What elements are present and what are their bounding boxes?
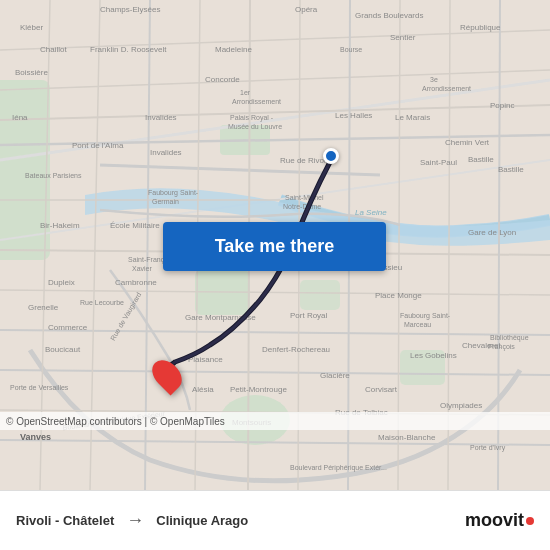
svg-text:Le Marais: Le Marais — [395, 113, 430, 122]
svg-text:Vanves: Vanves — [20, 432, 51, 442]
svg-text:Musée du Louvre: Musée du Louvre — [228, 123, 282, 130]
svg-text:Glacière: Glacière — [320, 371, 350, 380]
svg-text:Alésia: Alésia — [192, 385, 214, 394]
copyright-text: © OpenStreetMap contributors | © OpenMap… — [6, 416, 225, 427]
svg-text:Port Royal: Port Royal — [290, 311, 328, 320]
svg-text:Bourse: Bourse — [340, 46, 362, 53]
svg-text:Concorde: Concorde — [205, 75, 240, 84]
svg-text:Bateaux Parisiens: Bateaux Parisiens — [25, 172, 82, 179]
copyright-bar: © OpenStreetMap contributors | © OpenMap… — [0, 412, 550, 430]
moovit-logo: moovit — [465, 510, 534, 531]
svg-text:Grenelle: Grenelle — [28, 303, 59, 312]
svg-text:François: François — [488, 343, 515, 351]
svg-text:Corvisart: Corvisart — [365, 385, 398, 394]
svg-text:Les Gobelins: Les Gobelins — [410, 351, 457, 360]
svg-text:Boucicaut: Boucicaut — [45, 345, 81, 354]
svg-text:Denfert-Rochereau: Denfert-Rochereau — [262, 345, 330, 354]
svg-text:Les Halles: Les Halles — [335, 111, 372, 120]
svg-text:1er: 1er — [240, 89, 251, 96]
svg-rect-5 — [300, 280, 340, 310]
svg-text:Marceau: Marceau — [404, 321, 431, 328]
svg-text:République: République — [460, 23, 501, 32]
svg-text:Bibliothèque: Bibliothèque — [490, 334, 529, 342]
svg-text:Boulevard Périphérique Extér..: Boulevard Périphérique Extér... — [290, 464, 387, 472]
svg-text:Madeleine: Madeleine — [215, 45, 252, 54]
svg-text:Bastille: Bastille — [468, 155, 494, 164]
svg-text:Rue Lecourbe: Rue Lecourbe — [80, 299, 124, 306]
svg-text:Champs-Elysées: Champs-Elysées — [100, 5, 160, 14]
svg-text:Maison-Blanche: Maison-Blanche — [378, 433, 436, 442]
svg-text:Sentier: Sentier — [390, 33, 416, 42]
take-me-there-button[interactable]: Take me there — [163, 222, 386, 271]
svg-text:Chemin Vert: Chemin Vert — [445, 138, 490, 147]
svg-text:Opéra: Opéra — [295, 5, 318, 14]
svg-text:Place Monge: Place Monge — [375, 291, 422, 300]
svg-text:Notre-Dame: Notre-Dame — [283, 203, 321, 210]
svg-text:Xavier: Xavier — [132, 265, 153, 272]
svg-text:Faubourg Saint-: Faubourg Saint- — [148, 189, 199, 197]
svg-text:Faubourg Saint-: Faubourg Saint- — [400, 312, 451, 320]
route-arrow: → — [126, 510, 144, 531]
svg-text:Pont de l'Alma: Pont de l'Alma — [72, 141, 124, 150]
svg-text:Cambronne: Cambronne — [115, 278, 157, 287]
svg-text:Iéna: Iéna — [12, 113, 28, 122]
route-info: Rivoli - Châtelet → Clinique Arago — [16, 510, 465, 531]
svg-text:Bir-Hakeim: Bir-Hakeim — [40, 221, 80, 230]
svg-text:Saint-Paul: Saint-Paul — [420, 158, 457, 167]
destination-marker — [155, 358, 179, 392]
svg-text:Grands Boulevards: Grands Boulevards — [355, 11, 423, 20]
bottom-bar: Rivoli - Châtelet → Clinique Arago moovi… — [0, 490, 550, 550]
svg-text:Palais Royal -: Palais Royal - — [230, 114, 274, 122]
svg-text:Bastille: Bastille — [498, 165, 524, 174]
svg-text:Kléber: Kléber — [20, 23, 43, 32]
svg-text:Popinc: Popinc — [490, 101, 514, 110]
svg-text:Boissière: Boissière — [15, 68, 48, 77]
origin-label: Rivoli - Châtelet — [16, 513, 114, 528]
svg-text:Invalides: Invalides — [145, 113, 177, 122]
svg-text:Porte d'Ivry: Porte d'Ivry — [470, 444, 506, 452]
svg-text:Olympiades: Olympiades — [440, 401, 482, 410]
svg-text:La Seine: La Seine — [355, 208, 387, 217]
svg-text:Chaillot: Chaillot — [40, 45, 67, 54]
moovit-dot — [526, 517, 534, 525]
svg-text:Rue de Rivoli: Rue de Rivoli — [280, 156, 328, 165]
destination-label: Clinique Arago — [156, 513, 248, 528]
map-container: Champs-Elysées Opéra Grands Boulevards K… — [0, 0, 550, 490]
svg-text:Arrondissement: Arrondissement — [232, 98, 281, 105]
svg-text:École Militaire: École Militaire — [110, 221, 160, 230]
origin-marker — [323, 148, 339, 164]
svg-text:Petit-Montrouge: Petit-Montrouge — [230, 385, 287, 394]
svg-text:Germain: Germain — [152, 198, 179, 205]
svg-text:Dupleix: Dupleix — [48, 278, 75, 287]
svg-text:Arrondissement: Arrondissement — [422, 85, 471, 92]
svg-text:3e: 3e — [430, 76, 438, 83]
svg-text:Porte de Versailles: Porte de Versailles — [10, 384, 69, 391]
moovit-brand-text: moovit — [465, 510, 524, 531]
svg-text:Franklin D. Roosevelt: Franklin D. Roosevelt — [90, 45, 167, 54]
svg-text:Commerce: Commerce — [48, 323, 88, 332]
svg-text:Saint-Michel: Saint-Michel — [285, 194, 324, 201]
svg-text:Invalides: Invalides — [150, 148, 182, 157]
svg-text:Gare de Lyon: Gare de Lyon — [468, 228, 516, 237]
